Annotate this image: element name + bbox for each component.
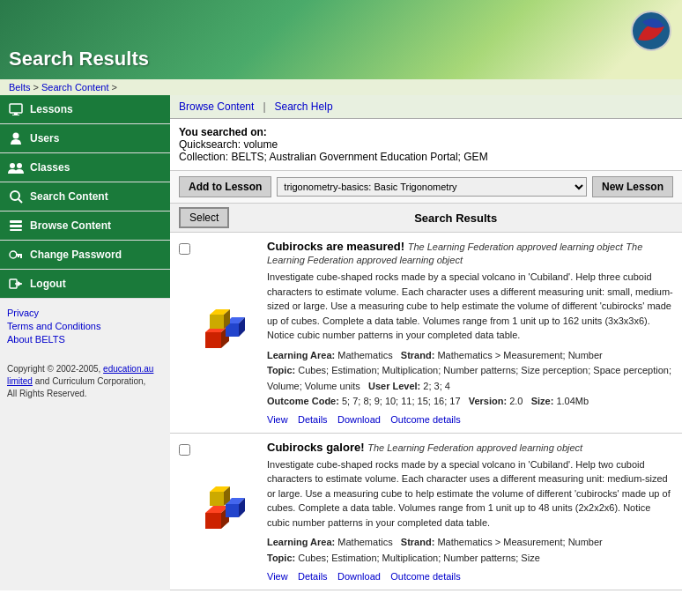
action-bar: Add to Lesson trigonometry-basics: Basic… <box>170 171 682 204</box>
svg-rect-1 <box>10 104 22 113</box>
svg-point-12 <box>10 251 17 258</box>
about-link[interactable]: About BELTS <box>7 334 163 345</box>
svg-rect-10 <box>10 225 22 227</box>
result-thumbnail-1 <box>196 240 258 426</box>
key-icon <box>7 246 25 263</box>
result-checkbox-1[interactable] <box>179 240 196 426</box>
group-icon <box>7 159 25 176</box>
sidebar-item-lessons[interactable]: Lessons <box>0 95 170 124</box>
svg-point-5 <box>10 163 15 168</box>
sidebar-label-search-content: Search Content <box>30 190 108 203</box>
content-tabs: Browse Content | Search Help <box>170 95 682 119</box>
searched-on-label: You searched on: <box>179 126 267 138</box>
result-description-1: Investigate cube-shaped rocks made by a … <box>267 270 673 343</box>
outcome-details-link-1[interactable]: Outcome details <box>390 414 460 425</box>
result-links-1: View Details Download Outcome details <box>267 413 673 426</box>
result-item-1: Cubirocks are measured! The Learning Fed… <box>170 233 682 434</box>
privacy-link[interactable]: Privacy <box>7 308 163 318</box>
result-title-2: Cubirocks galore! The Learning Federatio… <box>267 441 673 454</box>
download-link-2[interactable]: Download <box>337 571 381 582</box>
svg-rect-9 <box>10 220 22 223</box>
search-icon <box>7 188 25 205</box>
tab-separator: | <box>263 100 265 113</box>
sidebar-item-browse-content[interactable]: Browse Content <box>0 212 170 241</box>
tab-browse-content[interactable]: Browse Content <box>179 100 254 113</box>
breadcrumb-belts[interactable]: Belts <box>9 82 30 93</box>
sidebar: Lessons Users Classes <box>0 95 170 590</box>
breadcrumb: Belts > Search Content > <box>0 79 682 95</box>
logout-icon <box>7 275 25 293</box>
content-area: Browse Content | Search Help You searche… <box>170 95 682 590</box>
page-header: Search Results <box>0 0 682 79</box>
view-link-2[interactable]: View <box>267 571 288 582</box>
result-body-2: Cubirocks galore! The Learning Federatio… <box>267 441 673 583</box>
result-links-2: View Details Download Outcome details <box>267 570 673 583</box>
svg-rect-14 <box>20 256 22 258</box>
sidebar-item-logout[interactable]: Logout <box>0 270 170 299</box>
svg-rect-15 <box>18 256 19 257</box>
sidebar-label-users: Users <box>30 132 59 145</box>
svg-point-7 <box>11 191 19 200</box>
sidebar-item-users[interactable]: Users <box>0 124 170 153</box>
monitor-icon <box>7 100 25 118</box>
collection-label: Collection: <box>179 151 228 163</box>
browse-icon <box>7 217 25 234</box>
svg-rect-27 <box>205 513 221 529</box>
person-icon <box>7 130 25 147</box>
svg-point-6 <box>17 163 22 168</box>
svg-rect-33 <box>210 492 224 506</box>
quicksearch-value: volume <box>243 138 278 151</box>
svg-rect-13 <box>16 254 22 256</box>
result-title-1: Cubirocks are measured! The Learning Fed… <box>267 240 673 266</box>
main-layout: Lessons Users Classes <box>0 95 682 590</box>
new-lesson-button[interactable]: New Lesson <box>592 176 673 197</box>
select-button[interactable]: Select <box>179 207 229 228</box>
sidebar-copyright: Copyright © 2002-2005, education.au limi… <box>0 356 170 407</box>
belts-logo <box>629 9 673 53</box>
tab-search-help[interactable]: Search Help <box>275 100 333 113</box>
svg-rect-18 <box>205 332 221 348</box>
sidebar-links: Privacy Terms and Conditions About BELTS <box>0 299 170 356</box>
result-description-2: Investigate cube-shaped rocks made by a … <box>267 457 673 531</box>
download-link-1[interactable]: Download <box>337 414 381 425</box>
breadcrumb-search-content[interactable]: Search Content <box>41 82 108 93</box>
sidebar-label-browse-content: Browse Content <box>30 219 111 232</box>
terms-link[interactable]: Terms and Conditions <box>7 321 163 331</box>
svg-line-8 <box>19 199 22 203</box>
view-link-1[interactable]: View <box>267 414 288 425</box>
sidebar-label-classes: Classes <box>30 161 70 174</box>
quicksearch-label: Quicksearch: <box>179 138 241 151</box>
sidebar-item-classes[interactable]: Classes <box>0 153 170 182</box>
sidebar-item-change-password[interactable]: Change Password <box>0 241 170 270</box>
lesson-dropdown[interactable]: trigonometry-basics: Basic Trigonometry <box>277 177 587 197</box>
result-checkbox-2[interactable] <box>179 441 196 583</box>
result-meta-2: Learning Area: Mathematics Strand: Mathe… <box>267 535 673 566</box>
result-body-1: Cubirocks are measured! The Learning Fed… <box>267 240 673 426</box>
sidebar-item-search-content[interactable]: Search Content <box>0 182 170 212</box>
add-to-lesson-button[interactable]: Add to Lesson <box>179 176 271 197</box>
sidebar-label-logout: Logout <box>30 278 66 290</box>
education-au-link[interactable]: education.au limited <box>7 364 153 386</box>
svg-rect-2 <box>14 113 18 115</box>
page-title: Search Results <box>9 48 149 71</box>
svg-rect-30 <box>226 504 239 517</box>
search-info: You searched on: Quicksearch: volume Col… <box>170 119 682 171</box>
svg-point-4 <box>13 133 19 139</box>
checkbox-2[interactable] <box>179 444 190 456</box>
sidebar-label-change-password: Change Password <box>30 249 122 261</box>
checkbox-1[interactable] <box>179 243 190 255</box>
result-item-2: Cubirocks galore! The Learning Federatio… <box>170 434 682 590</box>
svg-rect-11 <box>10 229 22 231</box>
result-thumbnail-2 <box>196 441 258 583</box>
details-link-1[interactable]: Details <box>298 414 328 425</box>
result-meta-1: Learning Area: Mathematics Strand: Mathe… <box>267 348 673 410</box>
outcome-details-link-2[interactable]: Outcome details <box>390 571 460 582</box>
results-header-row: Select Search Results <box>170 204 682 233</box>
collection-value: BELTS; Australian Government Education P… <box>231 151 487 163</box>
sidebar-label-lessons: Lessons <box>30 103 73 115</box>
svg-rect-24 <box>210 315 224 329</box>
svg-rect-3 <box>12 115 19 115</box>
details-link-2[interactable]: Details <box>298 571 328 582</box>
results-header: Search Results <box>238 212 673 225</box>
